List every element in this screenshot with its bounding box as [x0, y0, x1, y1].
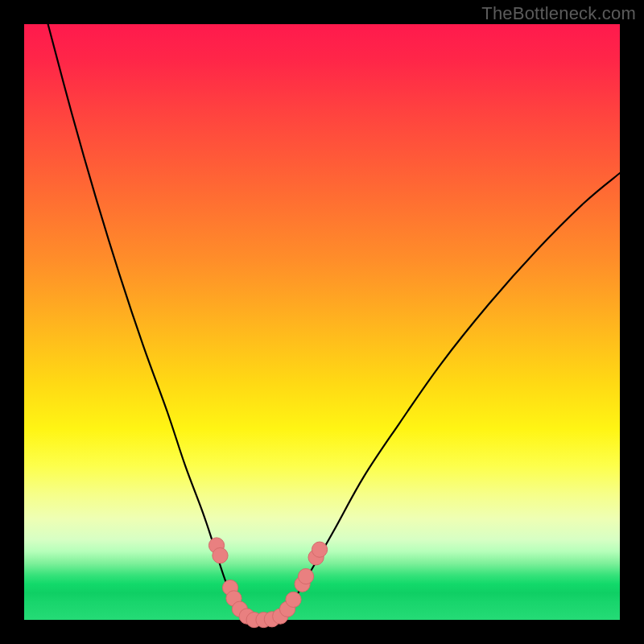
bead-marker-group — [208, 538, 327, 628]
bead-marker — [213, 547, 228, 563]
chart-container: TheBottleneck.com — [0, 0, 644, 644]
watermark-text: TheBottleneck.com — [481, 3, 636, 24]
left-curve-path — [48, 24, 251, 620]
bead-marker — [286, 592, 301, 607]
plot-area — [24, 24, 620, 620]
bead-marker — [312, 542, 327, 557]
curve-layer — [24, 24, 620, 620]
bead-marker — [298, 568, 313, 584]
